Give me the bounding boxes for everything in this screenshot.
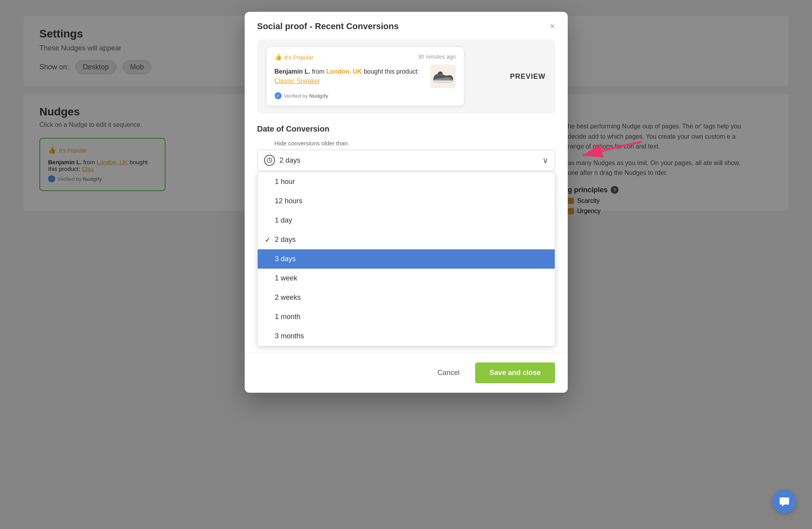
option-3-months[interactable]: 3 months — [258, 327, 555, 346]
verified-by-text: Verified by Nudgify — [284, 93, 329, 99]
svg-point-1 — [437, 74, 439, 76]
preview-area: 👍 It's Popular 30 minutes ago Benjamin L… — [257, 39, 555, 113]
preview-card-text: Benjamin L. from London, UK bought this … — [275, 67, 430, 86]
modal-title: Social proof - Recent Conversions — [257, 21, 399, 32]
preview-card-body: Benjamin L. from London, UK bought this … — [275, 65, 456, 88]
doc-title: Date of Conversion — [257, 124, 555, 134]
dropdown-list: 1 hour 12 hours 1 day 2 days 3 days 1 we… — [257, 172, 555, 346]
doc-label: Hide conversions older than — [275, 140, 555, 147]
option-2-days[interactable]: 2 days — [258, 230, 555, 249]
verified-check-preview-icon: ✓ — [275, 92, 282, 99]
nudgify-brand: Nudgify — [309, 93, 328, 99]
option-12-hours[interactable]: 12 hours — [258, 191, 555, 211]
option-1-day[interactable]: 1 day — [258, 211, 555, 230]
verified-line: ✓ Verified by Nudgify — [275, 92, 456, 99]
dropdown-trigger[interactable]: 2 days ∨ — [257, 150, 555, 171]
modal-overlay: Social proof - Recent Conversions × 👍 It… — [0, 0, 812, 529]
popular-text: It's Popular — [284, 54, 314, 61]
option-1-month[interactable]: 1 month — [258, 307, 555, 327]
preview-label: PREVIEW — [510, 72, 545, 81]
svg-point-2 — [439, 74, 441, 76]
buyer-name: Benjamin L. — [275, 68, 310, 75]
svg-line-6 — [269, 160, 271, 161]
buyer-city: London, UK — [326, 68, 362, 75]
save-and-close-button[interactable]: Save and close — [475, 362, 555, 383]
product-name: Classic Sneaker — [275, 78, 320, 84]
modal-footer: Cancel Save and close — [245, 353, 568, 393]
option-3-days[interactable]: 3 days — [258, 249, 555, 269]
date-of-conversion-section: Date of Conversion Hide conversions olde… — [245, 113, 568, 346]
cancel-button[interactable]: Cancel — [429, 364, 467, 382]
option-1-hour[interactable]: 1 hour — [258, 172, 555, 191]
close-button[interactable]: × — [550, 22, 555, 31]
preview-card-top: 👍 It's Popular 30 minutes ago — [275, 54, 456, 61]
dropdown-value: 2 days — [280, 156, 538, 165]
sneaker-image — [430, 65, 456, 88]
svg-point-3 — [441, 74, 442, 75]
chat-bubble-button[interactable] — [773, 490, 796, 513]
chevron-down-icon: ∨ — [543, 156, 548, 165]
option-2-weeks[interactable]: 2 weeks — [258, 288, 555, 307]
clock-icon — [264, 155, 275, 166]
red-arrow-annotation — [563, 138, 650, 171]
modal-header: Social proof - Recent Conversions × — [245, 12, 568, 39]
thumbs-up-preview-icon: 👍 — [275, 54, 282, 61]
preview-card: 👍 It's Popular 30 minutes ago Benjamin L… — [267, 47, 464, 106]
popular-badge: 👍 It's Popular — [275, 54, 314, 61]
time-ago: 30 minutes ago — [418, 54, 456, 60]
modal: Social proof - Recent Conversions × 👍 It… — [245, 12, 568, 393]
option-1-week[interactable]: 1 week — [258, 269, 555, 288]
